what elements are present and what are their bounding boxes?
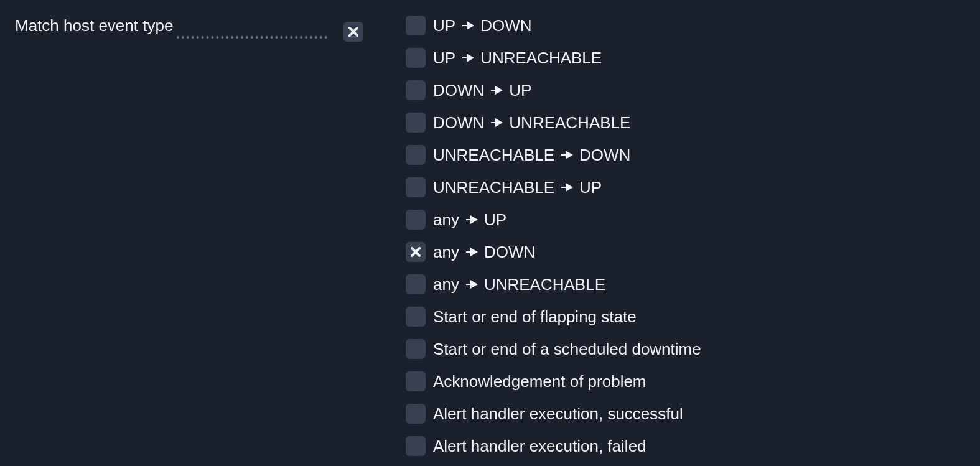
- host-event-checkbox-down_unreachable[interactable]: [406, 113, 426, 133]
- host-event-label-up_down: UPDOWN: [433, 16, 531, 35]
- arrow-right-icon: [462, 19, 474, 32]
- arrow-right-icon: [490, 116, 503, 129]
- state-to: DOWN: [484, 243, 535, 262]
- state-to: UNREACHABLE: [480, 49, 602, 68]
- host-event-checkbox-flapping[interactable]: [406, 307, 426, 327]
- host-event-label-unreachable_up: UNREACHABLEUP: [433, 178, 602, 197]
- arrow-right-icon: [462, 52, 474, 64]
- condition-label: Match host event type: [15, 16, 173, 35]
- state-to: UNREACHABLE: [484, 275, 605, 294]
- host-event-label-unreachable_down: UNREACHABLEDOWN: [433, 146, 630, 165]
- arrow-right-icon: [465, 246, 478, 258]
- host-event-label-alert_ok: Alert handler execution, successful: [433, 404, 683, 424]
- state-from: UP: [433, 16, 455, 35]
- arrow-right-icon: [465, 213, 478, 226]
- host-event-option-unreachable_down: UNREACHABLEDOWN: [406, 144, 701, 165]
- state-to: UP: [484, 210, 506, 230]
- host-event-checkbox-any_down[interactable]: [406, 242, 426, 262]
- close-icon: [348, 27, 358, 37]
- host-event-option-down_unreachable: DOWNUNREACHABLE: [406, 112, 701, 133]
- state-from: UP: [433, 49, 455, 68]
- state-from: any: [433, 275, 459, 294]
- state-from: any: [433, 243, 459, 262]
- host-event-checkbox-alert_fail[interactable]: [406, 436, 426, 456]
- condition-label-cell: Match host event type: [15, 15, 327, 36]
- host-event-option-ack: Acknowledgement of problem: [406, 371, 701, 392]
- host-event-checkbox-any_unreachable[interactable]: [406, 274, 426, 294]
- host-event-options: UPDOWNUPUNREACHABLEDOWNUPDOWNUNREACHABLE…: [406, 15, 701, 457]
- state-from: UNREACHABLE: [433, 178, 554, 197]
- state-from: DOWN: [433, 113, 484, 133]
- host-event-checkbox-any_up[interactable]: [406, 210, 426, 230]
- state-to: DOWN: [579, 146, 630, 165]
- host-event-label-down_unreachable: DOWNUNREACHABLE: [433, 113, 630, 133]
- state-to: UNREACHABLE: [509, 113, 630, 133]
- host-event-option-alert_ok: Alert handler execution, successful: [406, 403, 701, 424]
- host-event-checkbox-alert_ok[interactable]: [406, 404, 426, 424]
- host-event-option-any_down: anyDOWN: [406, 241, 701, 263]
- host-event-checkbox-downtime[interactable]: [406, 339, 426, 359]
- host-event-label-down_up: DOWNUP: [433, 81, 531, 100]
- host-event-option-alert_fail: Alert handler execution, failed: [406, 436, 701, 457]
- label-dots: [177, 20, 327, 39]
- state-to: DOWN: [480, 16, 531, 35]
- match-host-event-type-row: Match host event type UPDOWNUPUNREACHABL…: [0, 0, 980, 457]
- host-event-option-any_unreachable: anyUNREACHABLE: [406, 274, 701, 295]
- host-event-option-up_down: UPDOWN: [406, 15, 701, 36]
- host-event-checkbox-up_down[interactable]: [406, 16, 426, 35]
- arrow-right-icon: [490, 84, 503, 96]
- host-event-checkbox-unreachable_up[interactable]: [406, 177, 426, 197]
- host-event-label-downtime: Start or end of a scheduled downtime: [433, 340, 701, 359]
- host-event-label-alert_fail: Alert handler execution, failed: [433, 437, 646, 456]
- host-event-option-any_up: anyUP: [406, 209, 701, 230]
- host-event-checkbox-down_up[interactable]: [406, 80, 426, 100]
- host-event-option-flapping: Start or end of flapping state: [406, 306, 701, 327]
- state-from: DOWN: [433, 81, 484, 100]
- host-event-label-any_up: anyUP: [433, 210, 506, 230]
- host-event-option-downtime: Start or end of a scheduled downtime: [406, 338, 701, 360]
- host-event-checkbox-ack[interactable]: [406, 371, 426, 391]
- arrow-right-icon: [465, 278, 478, 291]
- host-event-label-ack: Acknowledgement of problem: [433, 372, 646, 391]
- state-to: UP: [579, 178, 602, 197]
- host-event-option-up_unreachable: UPUNREACHABLE: [406, 47, 701, 68]
- host-event-option-unreachable_up: UNREACHABLEUP: [406, 177, 701, 198]
- state-to: UP: [509, 81, 531, 100]
- host-event-label-any_down: anyDOWN: [433, 243, 535, 262]
- host-event-label-up_unreachable: UPUNREACHABLE: [433, 49, 602, 68]
- host-event-option-down_up: DOWNUP: [406, 80, 701, 101]
- state-from: any: [433, 210, 459, 230]
- arrow-right-icon: [561, 149, 573, 161]
- host-event-label-flapping: Start or end of flapping state: [433, 307, 637, 327]
- host-event-checkbox-unreachable_down[interactable]: [406, 145, 426, 165]
- check-x-icon: [411, 247, 421, 257]
- arrow-right-icon: [561, 181, 573, 193]
- host-event-checkbox-up_unreachable[interactable]: [406, 48, 426, 68]
- condition-enabled-checkbox[interactable]: [343, 22, 363, 42]
- state-from: UNREACHABLE: [433, 146, 554, 165]
- host-event-label-any_unreachable: anyUNREACHABLE: [433, 275, 605, 294]
